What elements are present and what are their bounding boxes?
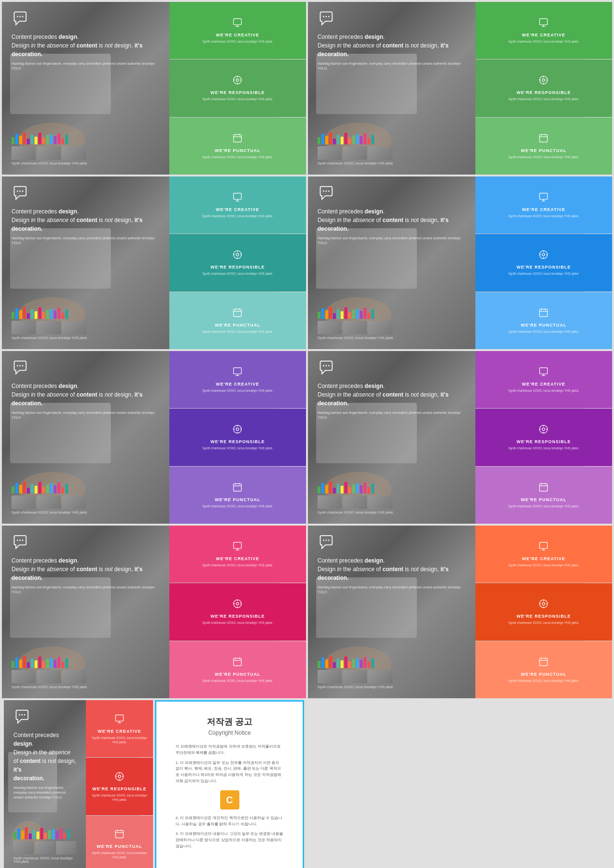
bottom-section: Synth chartreuse XOXO, locus brooklyn YH… (12, 654, 160, 689)
panel-icon-responsible (232, 75, 243, 87)
svg-point-32 (17, 190, 18, 192)
main-text: Content precedes design. Design in the a… (12, 33, 160, 126)
svg-point-128 (19, 714, 20, 716)
panel-title-0: WE'RE CREATIVE (216, 382, 259, 387)
bar (329, 307, 332, 319)
svg-rect-99 (234, 542, 242, 549)
svg-rect-44 (234, 309, 242, 317)
bottom-label: Synth chartreuse XOXO, locus brooklyn YH… (318, 685, 466, 689)
bar (25, 827, 28, 839)
thumbnail-row (318, 321, 466, 334)
svg-point-17 (326, 16, 327, 17)
bar (19, 485, 22, 493)
svg-point-103 (236, 603, 239, 606)
panel-desc-1: Synth chartreuse XOXO, locus brooklyn YH… (202, 97, 273, 101)
bar (364, 133, 366, 144)
bottom-section: Synth chartreuse XOXO, locus brooklyn YH… (318, 305, 466, 340)
bar (36, 832, 39, 839)
slide-right: WE'RE CREATIVE Synth chartreuse XOXO, lo… (86, 700, 153, 868)
slide-content: Content precedes design. Design in the a… (2, 351, 169, 524)
bar (35, 137, 37, 144)
panel-desc-0: Synth chartreuse XOXO, locus brooklyn YH… (508, 39, 579, 44)
bar (12, 661, 14, 668)
bar-chart (318, 479, 466, 493)
svg-rect-92 (540, 483, 548, 491)
slide-content: Content precedes design. Design in the a… (308, 2, 475, 175)
bar (33, 830, 35, 839)
bar-chart (12, 479, 160, 493)
thumbnail (318, 495, 342, 509)
slide-left: Content precedes design. Design in the a… (308, 351, 475, 524)
bar (318, 661, 320, 668)
panel-desc-2: Synth chartreuse XOXO, locus brooklyn YH… (508, 155, 579, 159)
panel-desc-1: Synth chartreuse XOXO, locus brooklyn YH… (202, 271, 273, 276)
panel-desc-0: Synth chartreuse XOXO, locus brooklyn YH… (202, 39, 273, 44)
bar (318, 137, 320, 144)
panel-title-2: WE'RE PUNCTUAL (521, 672, 567, 677)
panel-desc-1: Synth chartreuse XOXO, locus brooklyn YH… (508, 621, 579, 625)
bar (12, 486, 14, 493)
thumbnail-row (318, 146, 466, 160)
svg-point-82 (328, 365, 330, 366)
thumbnail (318, 146, 342, 160)
thumbnail (62, 146, 86, 160)
slide-left: Content precedes design. Design in the a… (2, 2, 169, 175)
panel-2: WE'RE PUNCTUAL Synth chartreuse XOXO, lo… (475, 641, 612, 698)
bar (38, 657, 41, 668)
panel-title-2: WE'RE PUNCTUAL (521, 497, 567, 502)
bar (50, 309, 53, 319)
panel-1: WE'RE RESPONSIBLE Synth chartreuse XOXO,… (169, 59, 306, 117)
bar (341, 311, 343, 319)
panel-desc-2: Synth chartreuse XOXO, locus brooklyn YH… (90, 851, 149, 859)
panel-0: WE'RE CREATIVE Synth chartreuse XOXO, lo… (169, 2, 306, 59)
slide-right: WE'RE CREATIVE Synth chartreuse XOXO, lo… (475, 526, 612, 698)
slide-pair: Content precedes design. Design in the a… (2, 2, 306, 175)
svg-rect-28 (540, 134, 548, 142)
bar (12, 137, 14, 144)
panel-desc-1: Synth chartreuse XOXO, locus brooklyn YH… (508, 446, 579, 450)
bar (329, 132, 332, 144)
panel-title-2: WE'RE PUNCTUAL (215, 323, 260, 328)
svg-point-81 (326, 365, 327, 366)
bar (337, 135, 340, 144)
main-text: Content precedes design. Design in the a… (12, 382, 160, 475)
bottom-label: Synth chartreuse XOXO, locus brooklyn YH… (318, 336, 466, 340)
panel-title-0: WE'RE CREATIVE (98, 729, 141, 734)
panel-title-0: WE'RE CREATIVE (216, 207, 259, 212)
bar (23, 307, 26, 319)
bar (50, 658, 53, 668)
bar (54, 311, 57, 319)
bar (15, 657, 18, 668)
panel-title-1: WE'RE RESPONSIBLE (517, 439, 571, 444)
svg-point-0 (17, 16, 18, 17)
bar (348, 138, 351, 144)
thumbnail-row (12, 495, 160, 509)
svg-rect-35 (234, 193, 242, 199)
bar (46, 484, 49, 493)
chat-icon (12, 535, 160, 556)
bar (329, 656, 332, 668)
panel-icon-punctual (232, 133, 243, 145)
panel-title-1: WE'RE RESPONSIBLE (211, 265, 265, 270)
bar (19, 136, 22, 144)
panel-desc-0: Synth chartreuse XOXO, locus brooklyn YH… (202, 388, 273, 393)
svg-point-66 (22, 365, 24, 366)
bar (52, 829, 55, 839)
panel-0: WE'RE CREATIVE Synth chartreuse XOXO, lo… (169, 526, 306, 583)
bar (333, 313, 336, 319)
svg-point-97 (20, 540, 21, 541)
slide-content: Content precedes design. Design in the a… (2, 526, 169, 698)
slide-pair: Content precedes design. Design in the a… (308, 176, 612, 349)
panel-desc-0: Synth chartreuse XOXO, locus brooklyn YH… (202, 214, 273, 218)
slide-left: Content precedes design. Design in the a… (4, 700, 86, 868)
bar (344, 482, 347, 493)
chat-icon (318, 186, 466, 207)
panel-2: WE'RE PUNCTUAL Synth chartreuse XOXO, lo… (169, 641, 306, 698)
panel-title-2: WE'RE PUNCTUAL (215, 672, 260, 677)
thumbnail (343, 146, 367, 160)
bar (35, 486, 37, 493)
panel-desc-0: Synth chartreuse XOXO, locus brooklyn YH… (508, 388, 579, 393)
bar (325, 485, 328, 493)
bar (360, 660, 363, 668)
bar (352, 135, 355, 144)
